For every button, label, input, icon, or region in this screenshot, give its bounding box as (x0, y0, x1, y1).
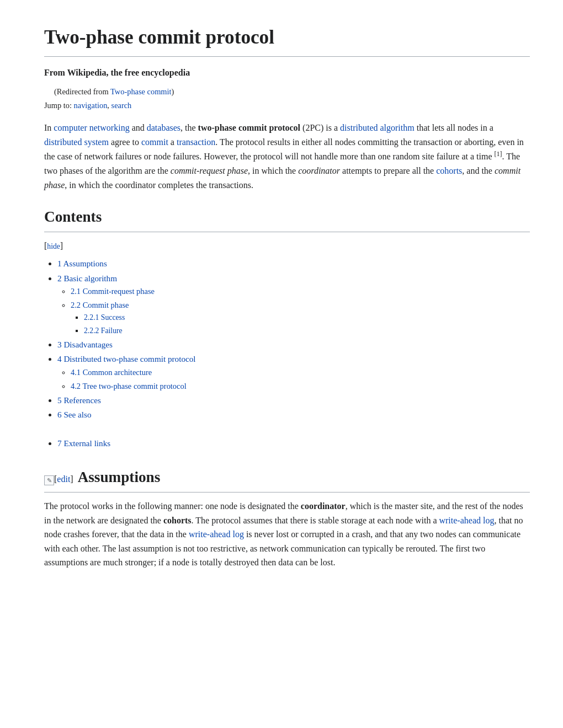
list-item: 3 Disadvantages (57, 338, 530, 351)
contents-link-2-1[interactable]: 2.1 Commit-request phase (71, 287, 155, 296)
assumptions-paragraph: The protocol works in the following mann… (44, 499, 530, 570)
list-item: 6 See also (57, 408, 530, 421)
italic-coordinator: coordinator (298, 166, 340, 175)
distributed-system-link[interactable]: distributed system (44, 137, 109, 147)
contents-heading: Contents (44, 205, 530, 232)
cohorts-link[interactable]: cohorts (436, 166, 462, 175)
contents-sublist-2-2: 2.2.1 Success 2.2.2 Failure (84, 312, 530, 337)
contents-sublist-2: 2.1 Commit-request phase 2.2 Commit phas… (71, 285, 530, 337)
contents-link-1[interactable]: 1 Assumptions (57, 259, 107, 268)
bold-coordinator: coordinator (301, 501, 346, 511)
redirected-notice: (Redirected from Two-phase commit) (44, 85, 530, 98)
search-link[interactable]: search (111, 101, 132, 110)
contents-link-5[interactable]: 5 References (57, 395, 101, 405)
source-label: From Wikipedia, the free encyclopedia (44, 66, 530, 80)
contents-link-2-2[interactable]: 2.2 Commit phase (71, 301, 129, 309)
list-item: 4 Distributed two-phase commit protocol … (57, 352, 530, 393)
computer-networking-link[interactable]: computer networking (54, 123, 129, 132)
commit-link[interactable]: commit (141, 137, 168, 147)
two-phase-commit-link[interactable]: Two-phase commit (110, 87, 172, 96)
list-item: 2 Basic algorithm 2.1 Commit-request pha… (57, 272, 530, 337)
list-item: 4.1 Common architecture (71, 366, 530, 379)
navigation-link[interactable]: navigation (74, 101, 108, 110)
contents-link-2-2-2[interactable]: 2.2.2 Failure (84, 326, 123, 335)
contents-link-3[interactable]: 3 Disadvantages (57, 340, 113, 349)
list-item: 2.2.2 Failure (84, 325, 530, 337)
contents-box: 1 Assumptions 2 Basic algorithm 2.1 Comm… (44, 257, 530, 450)
list-item: 7 External links (57, 437, 530, 450)
list-item: 1 Assumptions (57, 257, 530, 270)
transaction-link[interactable]: transaction (177, 137, 215, 147)
contents-link-6[interactable]: 6 See also (57, 410, 92, 419)
contents-link-7[interactable]: 7 External links (57, 438, 110, 448)
bold-cohorts: cohorts (163, 516, 192, 525)
databases-link[interactable]: databases (147, 123, 180, 132)
write-ahead-log-link-2[interactable]: write-ahead log (189, 529, 244, 539)
edit-icon-wrapper: ✎[edit] (44, 472, 73, 486)
list-item: 4.2 Tree two-phase commit protocol (71, 380, 530, 393)
intro-paragraph: In computer networking and databases, th… (44, 121, 530, 192)
jump-to-line: Jump to: navigation, search (44, 99, 530, 112)
assumptions-section-header: ✎[edit] Assumptions (44, 465, 530, 493)
contents-list-extra: 7 External links (57, 437, 530, 450)
write-ahead-log-link-1[interactable]: write-ahead log (439, 516, 494, 525)
contents-list: 1 Assumptions 2 Basic algorithm 2.1 Comm… (57, 257, 530, 421)
list-item: 2.2 Commit phase 2.2.1 Success 2.2.2 Fai… (71, 299, 530, 337)
edit-link[interactable]: edit (57, 474, 70, 484)
contents-link-4-1[interactable]: 4.1 Common architecture (71, 368, 152, 377)
hide-row: [hide] (44, 239, 530, 253)
distributed-algorithm-link[interactable]: distributed algorithm (340, 123, 415, 132)
reference-1: [1] (495, 150, 502, 158)
contents-sublist-4: 4.1 Common architecture 4.2 Tree two-pha… (71, 366, 530, 393)
redirected-text: (Redirected from (54, 87, 110, 96)
page-title: Two-phase commit protocol (44, 22, 530, 57)
italic-commit-request: commit-request phase (171, 166, 248, 175)
contents-link-2-2-1[interactable]: 2.2.1 Success (84, 313, 125, 322)
contents-link-4-2[interactable]: 4.2 Tree two-phase commit protocol (71, 382, 187, 390)
edit-section-icon: ✎ (44, 475, 54, 485)
hide-link[interactable]: hide (47, 242, 60, 250)
assumptions-heading: Assumptions (78, 465, 161, 490)
contents-link-2[interactable]: 2 Basic algorithm (57, 274, 117, 283)
contents-link-4[interactable]: 4 Distributed two-phase commit protocol (57, 354, 196, 363)
list-item: 2.2.1 Success (84, 312, 530, 324)
list-item: 5 References (57, 394, 530, 407)
bold-protocol-name: two-phase commit protocol (198, 123, 300, 132)
list-item: 2.1 Commit-request phase (71, 285, 530, 298)
